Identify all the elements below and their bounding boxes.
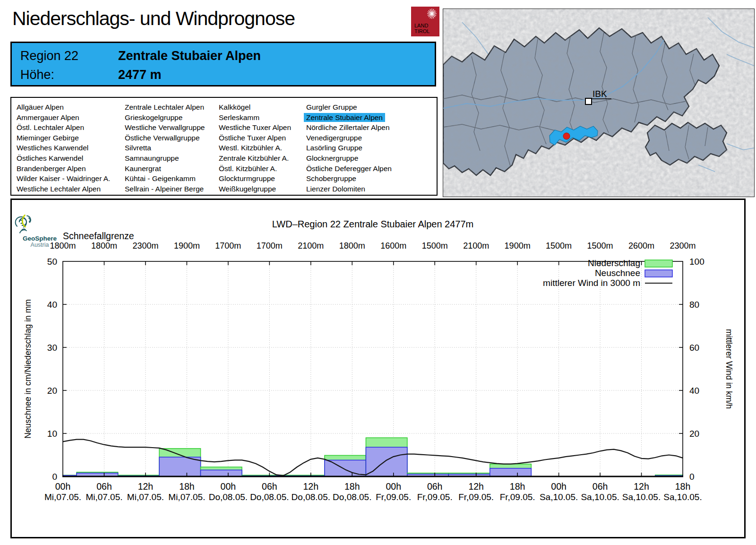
y-axis-right-tick-label: 20 — [689, 429, 699, 439]
region-name: Zentrale Stubaier Alpen — [118, 49, 261, 63]
region-list-item[interactable]: Weißkugelgruppe — [219, 184, 291, 194]
y-axis-right-tick-label: 80 — [689, 300, 699, 310]
region-list-item[interactable]: Mieminger Gebirge — [17, 133, 110, 143]
region-list-item[interactable]: Lienzer Dolomiten — [306, 184, 392, 194]
region-list-item[interactable]: Zentrale Kitzbühler A. — [219, 153, 291, 164]
snowline-value: 1700m — [215, 241, 241, 251]
snowline-value: 2600m — [628, 241, 654, 251]
region-list-item[interactable]: Samnaungruppe — [125, 153, 205, 164]
geosphere-logo-line2: Austria — [14, 242, 66, 248]
y-axis-right-tick-label: 100 — [689, 257, 704, 267]
neuschnee-bar — [159, 457, 200, 476]
region-list-column: Gurgler GruppeZentrale Stubaier AlpenNör… — [306, 102, 392, 194]
map-city-marker — [585, 98, 592, 104]
altitude-value: 2477 m — [118, 68, 162, 82]
region-list-item[interactable]: Westl. Kitzbühler A. — [219, 143, 291, 153]
x-axis-time-label: 18h — [344, 481, 360, 492]
x-axis-time-label: 18h — [675, 481, 691, 492]
x-axis-date-label: Do,08.05. — [250, 492, 289, 502]
x-axis-date-label: Fr,09.05. — [500, 492, 535, 502]
x-axis-date-label: Mi,07.05. — [44, 492, 81, 502]
y-axis-left-tick-label: 50 — [47, 257, 57, 267]
x-axis-time-label: 00h — [221, 481, 236, 492]
region-list-item[interactable]: Serleskamm — [219, 112, 291, 123]
region-list-column: Zentrale Lechtaler AlpenGrieskogelgruppe… — [125, 102, 205, 194]
region-list-item[interactable]: Gurgler Gruppe — [306, 102, 392, 112]
legend-label: mittlerer Wind in 3000 m — [543, 278, 640, 288]
map-terrain-texture — [443, 9, 754, 197]
region-list-item[interactable]: Westliche Tuxer Alpen — [219, 122, 291, 133]
snowline-value: 1700m — [257, 241, 283, 251]
chart-title: LWD–Region 22 Zentrale Stubaier Alpen 24… — [272, 219, 474, 229]
region-list-item[interactable]: Nördliche Zillertaler Alpen — [306, 122, 392, 133]
region-list-item[interactable]: Venedigergruppe — [306, 133, 392, 143]
y-axis-left-tick-label: 0 — [52, 472, 57, 482]
snowline-value: 1500m — [587, 241, 613, 251]
snowline-value: 1500m — [422, 241, 448, 251]
region-list: Allgäuer AlpenAmmergauer AlpenÖstl. Lech… — [10, 97, 438, 196]
x-axis-time-label: 06h — [262, 481, 277, 492]
region-list-item[interactable]: Ammergauer Alpen — [17, 112, 110, 123]
x-axis-date-label: Sa,10.05. — [540, 492, 578, 502]
x-axis-time-label: 06h — [593, 481, 608, 492]
x-axis-date-label: Do,08.05. — [333, 492, 371, 502]
x-axis-time-label: 12h — [634, 481, 649, 492]
snowline-value: 1600m — [380, 241, 406, 251]
region-list-item[interactable]: Sellrain - Alpeiner Berge — [125, 184, 205, 194]
snowline-value: 1500m — [546, 241, 572, 251]
region-list-item[interactable]: Zentrale Lechtaler Alpen — [125, 102, 205, 112]
x-axis-time-label: 18h — [510, 481, 525, 492]
region-list-item[interactable]: Kühtai - Geigenkamm — [125, 173, 205, 184]
region-number-label: Region 22 — [20, 49, 78, 63]
snowline-value: 2300m — [670, 241, 696, 251]
y-axis-left-tick-label: 20 — [47, 386, 57, 396]
x-axis-date-label: Sa,10.05. — [581, 492, 619, 502]
snowline-value: 2300m — [132, 241, 158, 251]
x-axis-date-label: Fr,09.05. — [458, 492, 494, 502]
snowline-value: 1800m — [339, 241, 365, 251]
x-axis-time-label: 12h — [303, 481, 319, 492]
snowline-value: 2100m — [298, 241, 324, 251]
region-list-item[interactable]: Silvretta — [125, 143, 205, 153]
x-axis-date-label: Fr,09.05. — [417, 492, 453, 502]
map-location-marker — [563, 133, 570, 139]
land-tirol-logo-line2: TIROL — [414, 28, 430, 34]
region-list-item[interactable]: Östliche Tuxer Alpen — [219, 133, 291, 143]
legend-label: Neuschnee — [595, 268, 640, 278]
region-list-item[interactable]: Östliches Karwendel — [17, 153, 110, 164]
region-list-item[interactable]: Westliche Lechtaler Alpen — [17, 184, 110, 194]
neuschnee-bar — [201, 470, 242, 476]
region-list-item-selected[interactable]: Zentrale Stubaier Alpen — [306, 112, 392, 123]
x-axis-date-label: Sa,10.05. — [663, 492, 702, 502]
forecast-chart-svg: 0102030405002040608010000hMi,07.05.06hMi… — [12, 200, 744, 537]
x-axis-time-label: 06h — [96, 481, 112, 492]
region-list-item[interactable]: Lasörling Gruppe — [306, 143, 392, 153]
region-list-item[interactable]: Westliche Verwallgruppe — [125, 122, 205, 133]
geosphere-logo: GeoSphere Austria — [14, 214, 66, 248]
region-list-item[interactable]: Allgäuer Alpen — [17, 102, 110, 112]
region-list-item[interactable]: Kalkkögel — [219, 102, 291, 112]
region-list-item[interactable]: Östliche Deferegger Alpen — [306, 164, 392, 174]
y-axis-right-tick-label: 60 — [689, 343, 699, 353]
region-list-item[interactable]: Wilder Kaiser - Waidringer A. — [17, 173, 110, 184]
region-list-item[interactable]: Glocknergruppe — [306, 153, 392, 164]
geosphere-logo-line1: GeoSphere — [14, 235, 66, 242]
region-list-item[interactable]: Schobergruppe — [306, 173, 392, 184]
x-axis-time-label: 00h — [55, 481, 71, 492]
region-list-item[interactable]: Östliche Verwallgruppe — [125, 133, 205, 143]
region-list-item[interactable]: Kaunergrat — [125, 164, 205, 174]
region-list-item[interactable]: Westliches Karwendel — [17, 143, 110, 153]
region-list-item[interactable]: Grieskogelgruppe — [125, 112, 205, 123]
snowline-value: 1900m — [505, 241, 531, 251]
snowline-value: 1900m — [174, 241, 200, 251]
region-list-item[interactable]: Brandenberger Alpen — [17, 164, 110, 174]
region-list-item[interactable]: Glockturmgruppe — [219, 173, 291, 184]
region-list-item[interactable]: Östl. Lechtaler Alpen — [17, 122, 110, 133]
tirol-map: IBK — [443, 9, 755, 197]
region-list-item[interactable]: Östl. Kitzbühler A. — [219, 164, 291, 174]
legend-label: Niederschlag — [588, 258, 640, 268]
forecast-chart: 0102030405002040608010000hMi,07.05.06hMi… — [10, 199, 746, 538]
y-axis-left-title: Neuschnee in cm/Niederschlag in mm — [23, 299, 33, 439]
land-tirol-logo: LAND TIROL — [411, 7, 439, 36]
x-axis-time-label: 12h — [468, 481, 484, 492]
